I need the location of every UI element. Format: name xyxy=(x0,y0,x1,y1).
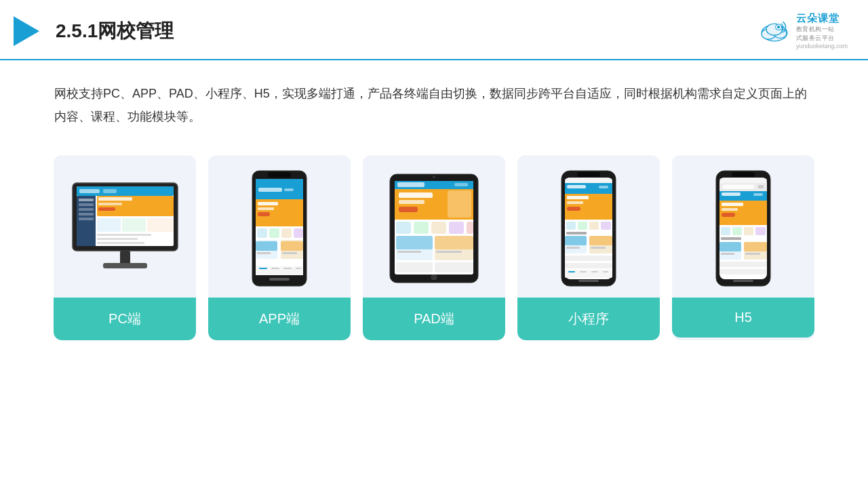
svg-rect-20 xyxy=(98,207,115,211)
svg-rect-68 xyxy=(396,222,411,234)
svg-point-59 xyxy=(433,176,435,178)
svg-rect-25 xyxy=(97,238,138,240)
svg-rect-84 xyxy=(565,178,612,183)
card-app-label: APP端 xyxy=(208,298,351,340)
description-text: 网校支持PC、APP、PAD、小程序、H5，实现多端打通，产品各终端自由切换，数… xyxy=(0,60,868,135)
svg-rect-108 xyxy=(591,271,598,272)
svg-rect-105 xyxy=(565,270,612,278)
svg-rect-34 xyxy=(258,188,282,192)
svg-rect-45 xyxy=(256,241,277,251)
svg-rect-15 xyxy=(79,213,94,216)
svg-rect-9 xyxy=(79,189,100,193)
svg-rect-126 xyxy=(732,227,742,235)
svg-point-58 xyxy=(431,274,437,280)
svg-rect-69 xyxy=(414,222,429,234)
svg-rect-39 xyxy=(258,212,270,216)
svg-rect-12 xyxy=(79,199,94,201)
card-app-image xyxy=(208,155,351,298)
card-pc-image xyxy=(54,155,196,298)
miniprogram-phone-icon xyxy=(558,169,619,288)
page-title: 2.5.1网校管理 xyxy=(56,18,174,44)
logo-main-text: 云朵课堂 xyxy=(796,12,840,25)
svg-rect-90 xyxy=(567,201,583,204)
logo-area: 云朵课堂 教育机构一站 式服务云平台 yunduoketang.com xyxy=(757,12,848,49)
svg-rect-122 xyxy=(722,203,743,206)
svg-rect-71 xyxy=(449,222,464,234)
svg-rect-74 xyxy=(396,236,433,249)
svg-rect-13 xyxy=(79,203,94,206)
svg-rect-53 xyxy=(283,268,292,269)
svg-rect-55 xyxy=(269,278,290,281)
svg-rect-104 xyxy=(565,263,612,268)
svg-rect-28 xyxy=(103,263,147,268)
app-phone-icon xyxy=(249,169,310,288)
svg-rect-65 xyxy=(399,200,425,204)
svg-rect-41 xyxy=(269,228,279,238)
svg-rect-128 xyxy=(755,227,766,235)
svg-rect-110 xyxy=(578,280,599,282)
card-app: APP端 xyxy=(208,155,351,340)
svg-point-5 xyxy=(777,25,780,28)
svg-rect-96 xyxy=(566,232,587,235)
svg-rect-116 xyxy=(722,184,755,189)
svg-rect-127 xyxy=(744,227,753,235)
svg-rect-80 xyxy=(435,262,473,272)
svg-rect-14 xyxy=(79,208,94,211)
svg-rect-16 xyxy=(79,218,94,220)
svg-rect-107 xyxy=(580,271,587,272)
logo-text-group: 云朵课堂 教育机构一站 式服务云平台 yunduoketang.com xyxy=(796,12,848,49)
svg-rect-86 xyxy=(567,185,586,188)
play-icon xyxy=(14,16,39,46)
svg-rect-23 xyxy=(147,218,174,232)
pad-tablet-icon xyxy=(387,171,481,286)
svg-rect-99 xyxy=(566,247,580,249)
svg-rect-72 xyxy=(467,222,473,234)
svg-rect-31 xyxy=(268,172,291,178)
svg-rect-62 xyxy=(454,183,468,186)
svg-rect-49 xyxy=(282,252,297,254)
svg-rect-21 xyxy=(97,218,121,232)
svg-rect-92 xyxy=(566,222,576,230)
card-h5: H5 xyxy=(672,155,814,340)
card-pc-label: PC端 xyxy=(54,298,196,340)
cloud-icon xyxy=(757,19,792,43)
svg-rect-27 xyxy=(120,251,130,264)
svg-rect-50 xyxy=(256,266,303,275)
card-h5-label: H5 xyxy=(672,298,814,338)
svg-rect-93 xyxy=(578,222,587,230)
svg-rect-117 xyxy=(758,185,764,188)
card-pad: PAD端 xyxy=(363,155,505,340)
svg-rect-52 xyxy=(271,268,279,269)
svg-rect-54 xyxy=(296,268,301,269)
card-pc: PC端 xyxy=(54,155,196,340)
svg-rect-35 xyxy=(284,188,294,191)
svg-rect-125 xyxy=(721,227,730,235)
svg-rect-113 xyxy=(732,172,755,177)
svg-rect-120 xyxy=(753,193,763,196)
svg-rect-129 xyxy=(721,237,741,240)
svg-rect-138 xyxy=(733,280,753,282)
svg-rect-77 xyxy=(435,236,473,249)
svg-rect-136 xyxy=(719,262,767,267)
svg-rect-67 xyxy=(448,190,471,218)
svg-rect-131 xyxy=(719,242,741,251)
logo-tagline: 教育机构一站 式服务云平台 xyxy=(796,25,835,43)
svg-rect-123 xyxy=(722,208,738,211)
svg-rect-51 xyxy=(259,268,267,269)
svg-rect-137 xyxy=(719,269,767,274)
header: 2.5.1网校管理 云朵课堂 教育机构一站 式服务云平台 yunduoketan… xyxy=(0,0,868,60)
svg-rect-46 xyxy=(257,252,271,254)
svg-rect-83 xyxy=(577,172,600,177)
description-content: 网校支持PC、APP、PAD、小程序、H5，实现多端打通，产品各终端自由切换，数… xyxy=(54,87,807,123)
svg-rect-124 xyxy=(722,213,735,217)
card-pad-image xyxy=(363,155,505,298)
pc-monitor-icon xyxy=(66,180,184,278)
svg-rect-26 xyxy=(97,242,144,244)
card-miniprogram-label: 小程序 xyxy=(517,298,660,340)
svg-rect-87 xyxy=(599,186,608,188)
card-h5-image xyxy=(672,155,814,298)
svg-rect-98 xyxy=(565,236,587,245)
svg-rect-70 xyxy=(431,222,446,234)
card-miniprogram: 小程序 xyxy=(517,155,660,340)
svg-rect-134 xyxy=(744,242,767,251)
